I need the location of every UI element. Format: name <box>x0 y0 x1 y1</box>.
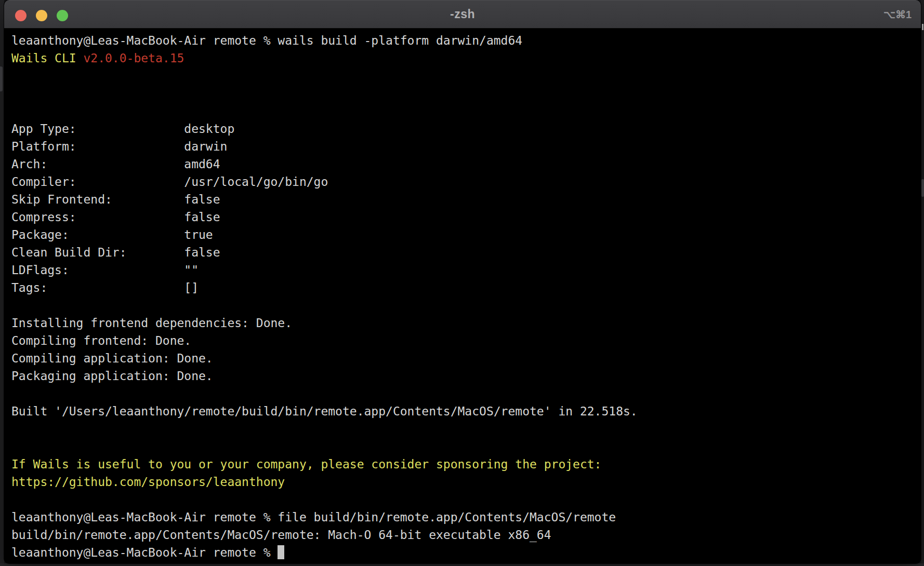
terminal-line: If Wails is useful to you or your compan… <box>11 455 917 473</box>
terminal-config-line: Compiler: /usr/local/go/bin/go <box>11 173 917 191</box>
terminal-line: https://github.com/sponsors/leaanthony <box>11 473 917 491</box>
terminal-text: Wails CLI <box>11 51 83 65</box>
terminal-line: Compiling application: Done. <box>11 349 917 367</box>
terminal-text: Package: true <box>11 228 213 241</box>
terminal-text: LDFlags: "" <box>11 263 199 277</box>
terminal-line <box>11 385 917 402</box>
window-titlebar[interactable]: -zsh ⌥⌘1 <box>4 0 921 29</box>
terminal-line: leaanthony@Leas-MacBook-Air remote % wai… <box>11 32 917 49</box>
terminal-text: Installing frontend dependencies: Done. <box>11 316 292 330</box>
sponsor-url[interactable]: https://github.com/sponsors/leaanthony <box>11 475 285 489</box>
terminal-text: App Type: desktop <box>11 122 234 136</box>
terminal-config-line: Package: true <box>11 226 917 244</box>
background-window-left-highlight <box>0 66 3 91</box>
background-window-left-edge[interactable] <box>0 0 4 563</box>
terminal-line: Wails CLI v2.0.0-beta.15 <box>11 49 917 67</box>
terminal-line <box>11 67 917 85</box>
terminal-text: build/bin/remote.app/Contents/MacOS/remo… <box>11 528 551 542</box>
terminal-config-line: Tags: [] <box>11 279 917 297</box>
terminal-text: Clean Build Dir: false <box>11 246 220 259</box>
window-tab-shortcut: ⌥⌘1 <box>883 0 912 29</box>
terminal-line <box>11 297 917 314</box>
background-window-bottom-edge <box>0 563 924 566</box>
terminal-line: build/bin/remote.app/Contents/MacOS/remo… <box>11 526 917 544</box>
terminal-line <box>11 102 917 120</box>
terminal-window: -zsh ⌥⌘1 leaanthony@Leas-MacBook-Air rem… <box>4 0 921 563</box>
window-title: -zsh <box>4 0 921 29</box>
terminal-text: Skip Frontend: false <box>11 193 220 206</box>
terminal-text: Packaging application: Done. <box>11 369 213 383</box>
terminal-text: Platform: darwin <box>11 140 227 153</box>
background-window-text-fragment <box>922 24 923 30</box>
terminal-config-line: Compress: false <box>11 208 917 226</box>
terminal-text: Arch: amd64 <box>11 157 220 171</box>
terminal-cursor <box>278 545 284 559</box>
background-window-right-edge[interactable] <box>921 0 924 563</box>
terminal-config-line: Clean Build Dir: false <box>11 244 917 261</box>
terminal-text: v2.0.0-beta.15 <box>83 51 184 65</box>
terminal-line: leaanthony@Leas-MacBook-Air remote % <box>11 544 917 561</box>
terminal-line: Installing frontend dependencies: Done. <box>11 314 917 332</box>
terminal-text: leaanthony@Leas-MacBook-Air remote % fil… <box>11 510 616 524</box>
terminal-text: Compress: false <box>11 210 220 224</box>
terminal-text: If Wails is useful to you or your compan… <box>11 457 601 471</box>
terminal-text: leaanthony@Leas-MacBook-Air remote % <box>11 546 278 559</box>
terminal-config-line: Arch: amd64 <box>11 155 917 173</box>
terminal-config-line: App Type: desktop <box>11 120 917 138</box>
terminal-text: Compiler: /usr/local/go/bin/go <box>11 175 328 188</box>
terminal-text: Compiling application: Done. <box>11 352 213 365</box>
background-window-scrollbar <box>921 179 924 197</box>
terminal-line <box>11 420 917 438</box>
terminal-line: Compiling frontend: Done. <box>11 332 917 349</box>
terminal-line <box>11 438 917 455</box>
desktop: -zsh ⌥⌘1 leaanthony@Leas-MacBook-Air rem… <box>0 0 924 566</box>
terminal-config-line: Skip Frontend: false <box>11 191 917 208</box>
terminal-line: Packaging application: Done. <box>11 367 917 385</box>
terminal-screen[interactable]: leaanthony@Leas-MacBook-Air remote % wai… <box>4 29 921 561</box>
terminal-text: leaanthony@Leas-MacBook-Air remote % wai… <box>11 34 522 47</box>
terminal-text: Built '/Users/leaanthony/remote/build/bi… <box>11 405 638 418</box>
terminal-line <box>11 491 917 508</box>
terminal-line: Built '/Users/leaanthony/remote/build/bi… <box>11 402 917 420</box>
terminal-config-line: LDFlags: "" <box>11 261 917 279</box>
terminal-config-line: Platform: darwin <box>11 138 917 155</box>
terminal-text: Compiling frontend: Done. <box>11 334 191 347</box>
terminal-text: Tags: [] <box>11 281 199 294</box>
terminal-line <box>11 85 917 102</box>
terminal-line: leaanthony@Leas-MacBook-Air remote % fil… <box>11 508 917 526</box>
